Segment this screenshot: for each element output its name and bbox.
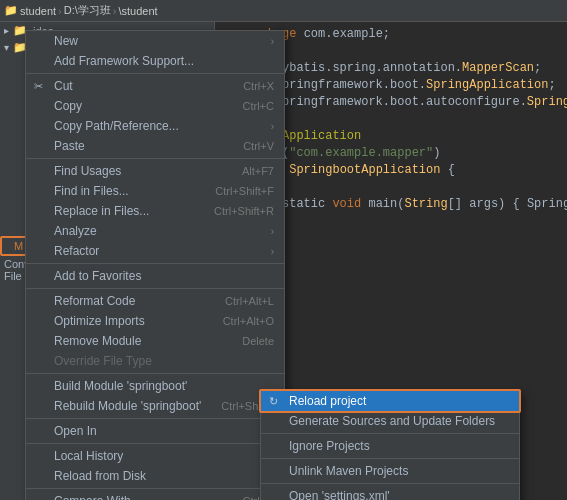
separator-4 — [26, 288, 284, 289]
menu-new[interactable]: New › — [26, 31, 284, 51]
folder-open-icon: ▾ — [4, 42, 9, 53]
maven-icon: M — [14, 240, 23, 252]
separator-2 — [26, 158, 284, 159]
submenu-unlink-maven[interactable]: Unlink Maven Projects — [261, 461, 519, 481]
menu-reformat[interactable]: Reformat Code Ctrl+Alt+L — [26, 291, 284, 311]
menu-copy-path[interactable]: Copy Path/Reference... › — [26, 116, 284, 136]
maven-submenu: ↻ Reload project Generate Sources and Up… — [260, 390, 520, 500]
submenu-arrow: › — [271, 36, 274, 47]
menu-add-favorites[interactable]: Add to Favorites — [26, 266, 284, 286]
menu-open-in[interactable]: Open In › — [26, 421, 284, 441]
separator-5 — [26, 373, 284, 374]
menu-cut[interactable]: ✂ Cut Ctrl+X — [26, 76, 284, 96]
menu-rebuild-module[interactable]: Rebuild Module 'springboot' Ctrl+Shift+F… — [26, 396, 284, 416]
menu-copy[interactable]: Copy Ctrl+C — [26, 96, 284, 116]
context-menu: New › Add Framework Support... ✂ Cut Ctr… — [25, 30, 285, 500]
reload-icon: ↻ — [269, 395, 278, 408]
folder-icon: 📁 — [4, 4, 18, 17]
submenu-generate-sources[interactable]: Generate Sources and Update Folders — [261, 411, 519, 431]
menu-compare-with[interactable]: Compare With... Ctrl+D — [26, 491, 284, 500]
menu-add-framework[interactable]: Add Framework Support... — [26, 51, 284, 71]
separator-8 — [26, 488, 284, 489]
folder-closed-icon: ▸ — [4, 25, 9, 36]
separator-1 — [26, 73, 284, 74]
menu-replace-in-files[interactable]: Replace in Files... Ctrl+Shift+R — [26, 201, 284, 221]
submenu-sep-1 — [261, 433, 519, 434]
menu-override-file-type[interactable]: Override File Type — [26, 351, 284, 371]
toolbar: 📁 student › D:\学习班 › \student — [0, 0, 567, 22]
menu-find-usages[interactable]: Find Usages Alt+F7 — [26, 161, 284, 181]
cut-icon: ✂ — [34, 80, 43, 93]
menu-optimize-imports[interactable]: Optimize Imports Ctrl+Alt+O — [26, 311, 284, 331]
submenu-arrow-2: › — [271, 121, 274, 132]
submenu-open-settings[interactable]: Open 'settings.xml' — [261, 486, 519, 500]
breadcrumb-root: student — [20, 5, 56, 17]
menu-paste[interactable]: Paste Ctrl+V — [26, 136, 284, 156]
menu-find-in-files[interactable]: Find in Files... Ctrl+Shift+F — [26, 181, 284, 201]
menu-refactor[interactable]: Refactor › — [26, 241, 284, 261]
separator-7 — [26, 443, 284, 444]
separator-6 — [26, 418, 284, 419]
menu-build-module[interactable]: Build Module 'springboot' — [26, 376, 284, 396]
menu-remove-module[interactable]: Remove Module Delete — [26, 331, 284, 351]
submenu-ignore-projects[interactable]: Ignore Projects — [261, 436, 519, 456]
breadcrumb: 📁 student › D:\学习班 › \student — [4, 3, 158, 18]
code-content: package com.example; org.mybatis.spring.… — [246, 26, 567, 247]
menu-analyze[interactable]: Analyze › — [26, 221, 284, 241]
menu-reload-disk[interactable]: Reload from Disk — [26, 466, 284, 486]
breadcrumb-file: \student — [119, 5, 158, 17]
separator-3 — [26, 263, 284, 264]
menu-local-history[interactable]: Local History › — [26, 446, 284, 466]
breadcrumb-path: D:\学习班 — [64, 3, 111, 18]
submenu-reload-project[interactable]: ↻ Reload project — [261, 391, 519, 411]
